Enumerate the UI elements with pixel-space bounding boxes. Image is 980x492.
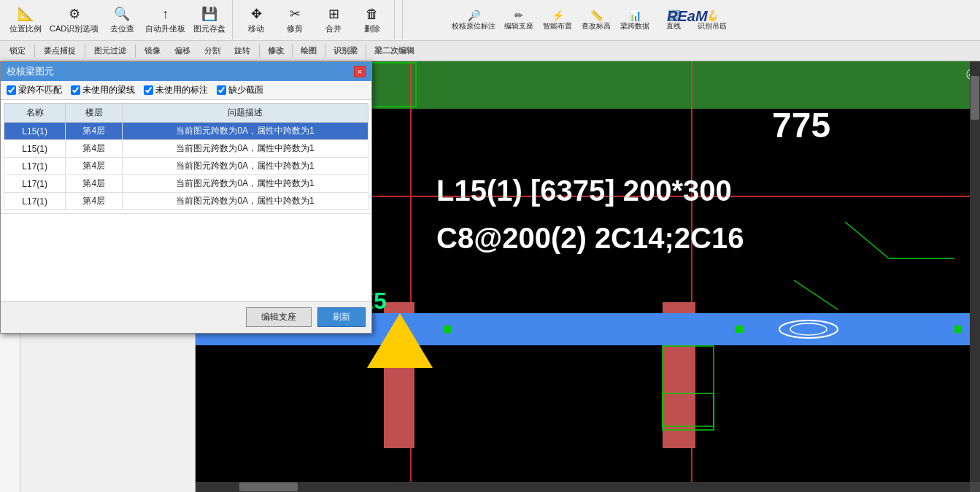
table-cell-name-0: L15(1) xyxy=(4,123,66,140)
toolbar2-btn-split[interactable]: 分割 xyxy=(198,43,227,59)
cad-green-line-1 xyxy=(845,222,889,258)
toolbar2-btn-offset[interactable]: 偏移 xyxy=(168,43,197,59)
table-row-1[interactable]: L15(1) 第4层 当前图元跨数为0A，属性中跨数为1 xyxy=(4,140,369,158)
table-cell-desc-3: 当前图元跨数为0A，属性中跨数为1 xyxy=(123,175,369,193)
separator4 xyxy=(259,45,260,58)
locate-icon: 🔍 xyxy=(114,7,130,23)
toolbar-group-modify: ✥ 移动 ✂ 修剪 ⊞ 合并 🗑 删除 xyxy=(234,0,395,40)
separator2 xyxy=(85,45,85,58)
toolbar2-btn-mirror[interactable]: 镜像 xyxy=(138,43,167,59)
checkbox-unused-line[interactable]: 未使用的梁线 xyxy=(71,84,135,96)
cad-green-sq-3 xyxy=(954,326,962,333)
toolbar-row1: 📐 位置比例 ⚙ CAD识别选项 🔍 去位查 ↑ 自动升坐板 💾 图元存盘 ✥ … xyxy=(0,0,980,41)
table-cell-desc-2: 当前图元跨数为0A，属性中跨数为1 xyxy=(123,158,369,175)
check-height-icon: 📏 xyxy=(590,9,603,22)
ream-label: REaM xyxy=(667,8,708,25)
separator5 xyxy=(292,45,293,58)
cad-scroll-thumb-v[interactable] xyxy=(971,76,979,120)
cad-scrollbar-corner xyxy=(970,482,980,492)
toolbar-row2: 锁定 要点捕捉 图元过滤 镜像 偏移 分割 旋转 修改 绘图 识别梁 梁二次编辑 xyxy=(0,41,980,61)
span-data-icon: 📊 xyxy=(629,9,641,22)
toolbar-btn-merge[interactable]: ⊞ 合并 xyxy=(315,2,352,39)
identify-hanger-icon: 🪝 xyxy=(706,9,719,22)
group-label-modify: 修改 xyxy=(262,45,290,56)
table-cell-floor-0: 第4层 xyxy=(66,123,123,140)
merge-icon: ⊞ xyxy=(328,7,339,23)
toolbar-btn-ratio[interactable]: 📐 位置比例 xyxy=(6,2,45,39)
separator7 xyxy=(366,45,366,58)
group-label-identify: 识别梁 xyxy=(328,45,363,56)
table-row-0[interactable]: L15(1) 第4层 当前图元跨数为0A，属性中跨数为1 xyxy=(4,123,369,140)
check-annotation-icon: 🔎 xyxy=(468,9,480,22)
toolbar2-btn-snap[interactable]: 要点捕捉 xyxy=(37,43,82,59)
table-cell-desc-1: 当前图元跨数为0A，属性中跨数为1 xyxy=(123,140,369,158)
delete-icon: 🗑 xyxy=(366,7,379,23)
modal-close-button[interactable]: × xyxy=(354,66,366,77)
trim-icon: ✂ xyxy=(290,7,301,23)
checkbox-missing-section[interactable]: 缺少截面 xyxy=(217,84,263,96)
table-row-3[interactable]: L17(1) 第4层 当前图元跨数为0A，属性中跨数为1 xyxy=(4,175,369,193)
toolbar-group-ream: REaM xyxy=(396,0,403,40)
toolbar2-btn-filter[interactable]: 图元过滤 xyxy=(88,43,133,59)
cad-options-icon: ⚙ xyxy=(69,7,80,23)
toolbar2-btn-rotate[interactable]: 旋转 xyxy=(228,43,257,59)
checkbox-mismatch[interactable]: 梁跨不匹配 xyxy=(7,84,62,96)
table-row-4[interactable]: L17(1) 第4层 当前图元跨数为0A，属性中跨数为1 xyxy=(4,193,369,210)
cad-num-775: 775 xyxy=(772,105,830,145)
checkbox-unused-annotation-input[interactable] xyxy=(144,85,153,95)
table-cell-floor-3: 第4层 xyxy=(66,175,123,193)
group-label-draw: 绘图 xyxy=(295,45,323,56)
col-header-name: 名称 xyxy=(4,104,66,123)
cad-green-sq-1 xyxy=(444,326,451,333)
toolbar-btn-move[interactable]: ✥ 移动 xyxy=(237,2,275,39)
move-icon: ✥ xyxy=(251,7,262,23)
modal-table: 名称 楼层 问题描述 L15(1) 第4层 当前图元跨数为0A，属性中跨数为1 … xyxy=(4,103,369,210)
toolbar-btn-smart-layout[interactable]: ⚡ 智能布置 xyxy=(539,2,576,39)
table-row-2[interactable]: L17(1) 第4层 当前图元跨数为0A，属性中跨数为1 xyxy=(4,158,369,175)
toolbar-btn-check-height[interactable]: 📏 查改标高 xyxy=(577,2,615,39)
modal-btn-refresh[interactable]: 刷新 xyxy=(317,307,366,327)
cad-scrollbar-horizontal[interactable] xyxy=(196,482,970,492)
checkbox-mismatch-input[interactable] xyxy=(7,85,16,95)
cad-green-line-3 xyxy=(794,280,838,310)
toolbar-btn-auto-lift[interactable]: ↑ 自动升坐板 xyxy=(142,2,189,39)
modal-btn-edit-support[interactable]: 编辑支座 xyxy=(246,307,312,327)
separator3 xyxy=(135,45,136,58)
checkbox-unused-annotation[interactable]: 未使用的标注 xyxy=(144,84,208,96)
toolbar-btn-trim[interactable]: ✂ 修剪 xyxy=(276,2,314,39)
table-cell-floor-4: 第4层 xyxy=(66,193,123,210)
toolbar-btn-cad-options[interactable]: ⚙ CAD识别选项 xyxy=(46,2,102,39)
modal-dialog: 校核梁图元 × 梁跨不匹配 未使用的梁线 未使用的标注 缺少截面 xyxy=(0,61,372,334)
checkbox-mismatch-label: 梁跨不匹配 xyxy=(18,84,62,96)
toolbar-btn-edit-support[interactable]: ✏ 编辑支座 xyxy=(500,2,538,39)
table-cell-floor-1: 第4层 xyxy=(66,140,123,158)
cad-scroll-thumb-h[interactable] xyxy=(239,483,298,491)
cad-scrollbar-vertical[interactable] xyxy=(970,61,980,482)
group-label-secondary: 梁二次编辑 xyxy=(369,45,420,56)
separator6 xyxy=(325,45,325,58)
col-header-desc: 问题描述 xyxy=(123,104,369,123)
toolbar-btn-check-annotation[interactable]: 🔎 校核原位标注 xyxy=(448,2,499,39)
toolbar2-btn-lock[interactable]: 锁定 xyxy=(3,43,32,59)
toolbar-btn-save[interactable]: 💾 图元存盘 xyxy=(190,2,229,39)
modal-titlebar[interactable]: 校核梁图元 × xyxy=(1,62,371,81)
toolbar-btn-delete[interactable]: 🗑 删除 xyxy=(353,2,391,39)
checkbox-missing-section-input[interactable] xyxy=(217,85,226,95)
toolbar-btn-locate[interactable]: 🔍 去位查 xyxy=(103,2,141,39)
cad-beam-label: L15(1) [6375] 200*300 xyxy=(436,174,732,207)
save-icon: 💾 xyxy=(201,7,217,23)
toolbar-btn-span-data[interactable]: 📊 梁跨数据 xyxy=(616,2,654,39)
modal-table-container[interactable]: 名称 楼层 问题描述 L15(1) 第4层 当前图元跨数为0A，属性中跨数为1 … xyxy=(1,100,371,213)
table-cell-desc-4: 当前图元跨数为0A，属性中跨数为1 xyxy=(123,193,369,210)
modal-empty-content xyxy=(1,213,371,301)
col-header-floor: 楼层 xyxy=(66,104,123,123)
checkbox-unused-line-input[interactable] xyxy=(71,85,80,95)
table-cell-name-4: L17(1) xyxy=(4,193,66,210)
separator1 xyxy=(34,45,35,58)
cad-green-sq-2 xyxy=(736,326,743,333)
table-cell-name-3: L17(1) xyxy=(4,175,66,193)
edit-support-icon: ✏ xyxy=(514,9,523,22)
auto-lift-icon: ↑ xyxy=(162,7,169,23)
table-cell-name-2: L17(1) xyxy=(4,158,66,175)
ratio-icon: 📐 xyxy=(18,7,34,23)
